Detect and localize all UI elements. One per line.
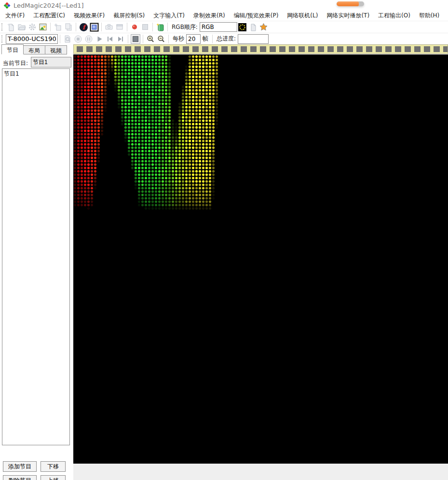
menu-video-effects[interactable]: 视频效果(F) [69,10,109,21]
toolbar-main: f RGB顺序: [0,21,448,33]
screen-preview-icon[interactable] [89,22,99,32]
stop-record-icon[interactable] [140,22,150,32]
menu-edit-preview-effects[interactable]: 编辑/预览效果(P) [230,10,283,21]
rgb-order-input[interactable] [200,22,237,32]
menu-network-online[interactable]: 网络联机(L) [283,10,322,21]
toolbar-separator [127,23,127,31]
open-project-icon[interactable] [17,22,27,32]
program-list-item[interactable]: 节目1 [4,70,68,78]
toolbar-separator [101,23,102,31]
fps-prefix-label: 每秒 [173,35,184,43]
led-canvas [73,54,448,464]
add-page-icon[interactable] [53,22,63,32]
color-ring-icon[interactable] [238,22,247,32]
total-progress-input[interactable] [238,34,269,44]
menu-file[interactable]: 文件(F) [1,10,29,21]
overlay-progress-fill [337,1,359,6]
skip-end-icon[interactable] [116,34,125,44]
screen-capture-icon[interactable] [104,22,114,32]
toolbar-separator [60,35,60,43]
app-logo-icon [3,2,11,9]
screen-config-icon[interactable] [38,22,48,32]
menu-record-effects[interactable]: 录制效果(R) [189,10,230,21]
toolbar-separator [212,35,213,43]
effects-library-icon[interactable] [155,22,165,32]
program-panel: 当前节目: 节目1 添加节目 下移 删除节目 上移 [0,54,72,480]
flash-player-icon[interactable]: f [79,22,88,32]
window-title: LedMagic2024[--Led1] [14,2,84,9]
menu-help[interactable]: 帮助(H) [415,10,444,21]
fps-suffix-label: 帧 [203,35,208,43]
toolbar-grip[interactable] [1,35,4,43]
title-bar: LedMagic2024[--Led1] [0,0,448,11]
main-area: 当前节目: 节目1 添加节目 下移 删除节目 上移 [0,54,448,480]
menu-project-config[interactable]: 工程配置(C) [29,10,69,21]
toolbar-separator [152,23,153,31]
rgb-order-label: RGB顺序: [172,23,198,31]
menu-screen-capture-control[interactable]: 截屏控制(S) [109,10,149,21]
current-program-label: 当前节目: [3,59,28,67]
current-program-input[interactable] [31,57,71,67]
status-strip [73,464,448,480]
menu-network-realtime-play[interactable]: 网络实时播放(T) [322,10,374,21]
move-down-button[interactable]: 下移 [41,461,66,472]
settings-gear-icon[interactable] [27,22,37,32]
tab-video[interactable]: 视频 [45,45,67,54]
record-icon[interactable] [130,22,139,32]
page-icon[interactable] [248,22,258,32]
fps-input[interactable] [186,34,201,44]
program-list[interactable]: 节目1 [2,68,70,445]
device-type-input[interactable] [6,34,58,44]
toolbar-separator [168,35,169,43]
led-preview-screen[interactable] [73,54,448,464]
menu-bar: 文件(F) 工程配置(C) 视频效果(F) 截屏控制(S) 文字输入(T) 录制… [0,11,448,21]
capture-window-icon[interactable] [115,22,124,32]
copy-page-icon[interactable] [64,22,73,32]
toolbar-grip[interactable] [1,23,4,31]
menu-project-output[interactable]: 工程输出(O) [374,10,415,21]
toolbar-playback: 每秒 帧 总进度: [0,33,448,44]
overlay-progress-pill [337,1,364,6]
skip-start-icon[interactable] [105,34,115,44]
pause-playback-icon[interactable] [84,34,94,44]
menu-text-input[interactable]: 文字输入(T) [149,10,189,21]
favorite-star-icon[interactable] [259,22,269,32]
timeline-ruler-squares [77,46,448,52]
toolbar-separator [167,23,168,31]
stop-frame-icon[interactable] [131,34,140,44]
delete-program-button[interactable]: 删除节目 [3,475,37,480]
tab-program[interactable]: 节目 [1,44,24,54]
play-icon[interactable] [95,34,104,44]
toolbar-separator [50,23,51,31]
zoom-out-icon[interactable] [156,34,166,44]
zoom-in-icon[interactable] [146,34,155,44]
toolbar-separator [143,35,143,43]
timeline-ruler [73,44,448,54]
stop-playback-icon[interactable] [73,34,83,44]
toolbar-separator [128,35,128,43]
total-progress-label: 总进度: [217,35,236,43]
tab-layout[interactable]: 布局 [23,45,45,54]
toolbar-separator [76,23,76,31]
preview-page-icon[interactable] [63,34,72,44]
add-program-button[interactable]: 添加节目 [3,461,37,472]
move-up-button[interactable]: 上移 [41,475,66,480]
new-project-icon[interactable] [6,22,16,32]
